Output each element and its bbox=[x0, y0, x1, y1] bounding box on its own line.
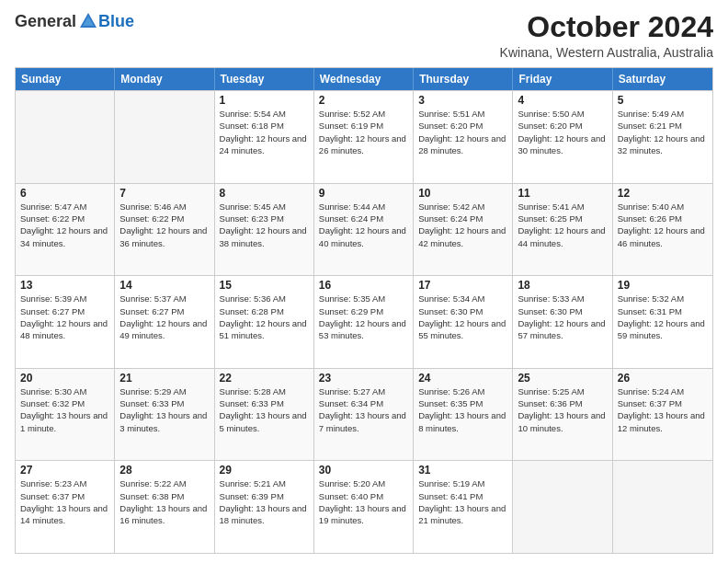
day-number: 10 bbox=[418, 187, 507, 200]
day-number: 3 bbox=[418, 94, 507, 107]
day-info: Sunrise: 5:33 AM Sunset: 6:30 PM Dayligh… bbox=[518, 293, 607, 341]
day-info: Sunrise: 5:51 AM Sunset: 6:20 PM Dayligh… bbox=[418, 108, 507, 156]
calendar-cell bbox=[16, 91, 115, 183]
day-number: 1 bbox=[220, 94, 309, 107]
calendar-cell: 23Sunrise: 5:27 AM Sunset: 6:34 PM Dayli… bbox=[314, 369, 414, 461]
calendar-cell: 24Sunrise: 5:26 AM Sunset: 6:35 PM Dayli… bbox=[414, 369, 513, 461]
day-number: 7 bbox=[119, 187, 209, 200]
day-info: Sunrise: 5:19 AM Sunset: 6:41 PM Dayligh… bbox=[418, 477, 507, 526]
calendar-cell: 15Sunrise: 5:36 AM Sunset: 6:28 PM Dayli… bbox=[215, 276, 314, 368]
calendar-cell: 9Sunrise: 5:44 AM Sunset: 6:24 PM Daylig… bbox=[314, 184, 414, 276]
calendar-cell: 26Sunrise: 5:24 AM Sunset: 6:37 PM Dayli… bbox=[613, 369, 712, 461]
day-info: Sunrise: 5:20 AM Sunset: 6:40 PM Dayligh… bbox=[319, 477, 408, 526]
day-info: Sunrise: 5:45 AM Sunset: 6:23 PM Dayligh… bbox=[220, 201, 309, 249]
calendar-header-cell: Monday bbox=[115, 68, 214, 90]
day-number: 4 bbox=[518, 94, 607, 107]
title-area: October 2024 Kwinana, Western Australia,… bbox=[500, 11, 713, 60]
day-number: 25 bbox=[518, 372, 607, 385]
day-number: 18 bbox=[518, 279, 607, 292]
calendar-row: 20Sunrise: 5:30 AM Sunset: 6:32 PM Dayli… bbox=[16, 368, 712, 461]
day-number: 19 bbox=[618, 279, 708, 292]
day-number: 8 bbox=[220, 187, 309, 200]
day-info: Sunrise: 5:29 AM Sunset: 6:33 PM Dayligh… bbox=[119, 385, 209, 434]
calendar-cell: 11Sunrise: 5:41 AM Sunset: 6:25 PM Dayli… bbox=[513, 184, 612, 276]
calendar-row: 13Sunrise: 5:39 AM Sunset: 6:27 PM Dayli… bbox=[16, 275, 712, 368]
calendar-cell: 6Sunrise: 5:47 AM Sunset: 6:22 PM Daylig… bbox=[16, 184, 115, 276]
calendar-cell: 14Sunrise: 5:37 AM Sunset: 6:27 PM Dayli… bbox=[115, 276, 214, 368]
day-info: Sunrise: 5:28 AM Sunset: 6:33 PM Dayligh… bbox=[220, 385, 309, 434]
day-info: Sunrise: 5:44 AM Sunset: 6:24 PM Dayligh… bbox=[319, 201, 408, 249]
calendar-header-cell: Saturday bbox=[613, 68, 712, 90]
calendar-cell: 12Sunrise: 5:40 AM Sunset: 6:26 PM Dayli… bbox=[613, 184, 712, 276]
day-info: Sunrise: 5:21 AM Sunset: 6:39 PM Dayligh… bbox=[220, 477, 309, 526]
calendar-row: 6Sunrise: 5:47 AM Sunset: 6:22 PM Daylig… bbox=[16, 183, 712, 276]
month-title: October 2024 bbox=[500, 11, 713, 43]
calendar-cell: 8Sunrise: 5:45 AM Sunset: 6:23 PM Daylig… bbox=[215, 184, 314, 276]
calendar-cell: 2Sunrise: 5:52 AM Sunset: 6:19 PM Daylig… bbox=[314, 91, 414, 183]
page: General Blue October 2024 Kwinana, Weste… bbox=[0, 0, 728, 563]
calendar-header-row: SundayMondayTuesdayWednesdayThursdayFrid… bbox=[16, 68, 712, 90]
day-number: 21 bbox=[119, 372, 209, 385]
day-number: 20 bbox=[20, 372, 109, 385]
day-number: 6 bbox=[20, 187, 109, 200]
calendar-cell: 28Sunrise: 5:22 AM Sunset: 6:38 PM Dayli… bbox=[115, 461, 214, 553]
calendar-cell: 4Sunrise: 5:50 AM Sunset: 6:20 PM Daylig… bbox=[513, 91, 612, 183]
day-number: 24 bbox=[418, 372, 507, 385]
calendar-cell: 16Sunrise: 5:35 AM Sunset: 6:29 PM Dayli… bbox=[314, 276, 414, 368]
calendar-header-cell: Tuesday bbox=[215, 68, 314, 90]
calendar-cell: 21Sunrise: 5:29 AM Sunset: 6:33 PM Dayli… bbox=[115, 369, 214, 461]
day-number: 17 bbox=[418, 279, 507, 292]
day-info: Sunrise: 5:27 AM Sunset: 6:34 PM Dayligh… bbox=[319, 385, 408, 434]
day-info: Sunrise: 5:37 AM Sunset: 6:27 PM Dayligh… bbox=[119, 293, 209, 341]
day-info: Sunrise: 5:34 AM Sunset: 6:30 PM Dayligh… bbox=[418, 293, 507, 341]
calendar-cell: 13Sunrise: 5:39 AM Sunset: 6:27 PM Dayli… bbox=[16, 276, 115, 368]
calendar-cell: 19Sunrise: 5:32 AM Sunset: 6:31 PM Dayli… bbox=[613, 276, 712, 368]
calendar-cell: 3Sunrise: 5:51 AM Sunset: 6:20 PM Daylig… bbox=[414, 91, 513, 183]
day-number: 13 bbox=[20, 279, 109, 292]
day-info: Sunrise: 5:41 AM Sunset: 6:25 PM Dayligh… bbox=[518, 201, 607, 249]
logo-blue: Blue bbox=[98, 12, 134, 31]
day-number: 14 bbox=[119, 279, 209, 292]
day-info: Sunrise: 5:22 AM Sunset: 6:38 PM Dayligh… bbox=[119, 477, 209, 526]
day-info: Sunrise: 5:23 AM Sunset: 6:37 PM Dayligh… bbox=[20, 477, 109, 526]
day-info: Sunrise: 5:47 AM Sunset: 6:22 PM Dayligh… bbox=[20, 201, 109, 249]
day-number: 5 bbox=[618, 94, 708, 107]
header: General Blue October 2024 Kwinana, Weste… bbox=[15, 11, 713, 60]
calendar-header-cell: Wednesday bbox=[314, 68, 414, 90]
calendar-cell: 29Sunrise: 5:21 AM Sunset: 6:39 PM Dayli… bbox=[215, 461, 314, 553]
logo-icon bbox=[78, 11, 98, 31]
calendar-cell bbox=[115, 91, 214, 183]
calendar-cell: 22Sunrise: 5:28 AM Sunset: 6:33 PM Dayli… bbox=[215, 369, 314, 461]
calendar-row: 27Sunrise: 5:23 AM Sunset: 6:37 PM Dayli… bbox=[16, 460, 712, 553]
day-number: 9 bbox=[319, 187, 408, 200]
day-number: 15 bbox=[220, 279, 309, 292]
day-info: Sunrise: 5:35 AM Sunset: 6:29 PM Dayligh… bbox=[319, 293, 408, 341]
day-info: Sunrise: 5:42 AM Sunset: 6:24 PM Dayligh… bbox=[418, 201, 507, 249]
calendar-cell: 17Sunrise: 5:34 AM Sunset: 6:30 PM Dayli… bbox=[414, 276, 513, 368]
day-number: 28 bbox=[119, 464, 209, 477]
calendar-cell: 31Sunrise: 5:19 AM Sunset: 6:41 PM Dayli… bbox=[414, 461, 513, 553]
logo-general: General bbox=[15, 12, 76, 31]
day-number: 30 bbox=[319, 464, 408, 477]
calendar-cell bbox=[513, 461, 612, 553]
day-number: 29 bbox=[220, 464, 309, 477]
calendar: SundayMondayTuesdayWednesdayThursdayFrid… bbox=[15, 67, 713, 554]
day-info: Sunrise: 5:49 AM Sunset: 6:21 PM Dayligh… bbox=[618, 108, 708, 156]
day-info: Sunrise: 5:52 AM Sunset: 6:19 PM Dayligh… bbox=[319, 108, 408, 156]
day-info: Sunrise: 5:36 AM Sunset: 6:28 PM Dayligh… bbox=[220, 293, 309, 341]
logo-text: General Blue bbox=[15, 11, 134, 31]
logo-area: General Blue bbox=[15, 11, 134, 31]
day-info: Sunrise: 5:46 AM Sunset: 6:22 PM Dayligh… bbox=[119, 201, 209, 249]
day-info: Sunrise: 5:30 AM Sunset: 6:32 PM Dayligh… bbox=[20, 385, 109, 434]
day-info: Sunrise: 5:54 AM Sunset: 6:18 PM Dayligh… bbox=[220, 108, 309, 156]
day-number: 11 bbox=[518, 187, 607, 200]
calendar-cell: 18Sunrise: 5:33 AM Sunset: 6:30 PM Dayli… bbox=[513, 276, 612, 368]
day-number: 23 bbox=[319, 372, 408, 385]
calendar-cell: 5Sunrise: 5:49 AM Sunset: 6:21 PM Daylig… bbox=[613, 91, 712, 183]
day-number: 31 bbox=[418, 464, 507, 477]
day-info: Sunrise: 5:32 AM Sunset: 6:31 PM Dayligh… bbox=[618, 293, 708, 341]
calendar-cell: 25Sunrise: 5:25 AM Sunset: 6:36 PM Dayli… bbox=[513, 369, 612, 461]
calendar-cell: 20Sunrise: 5:30 AM Sunset: 6:32 PM Dayli… bbox=[16, 369, 115, 461]
day-number: 22 bbox=[220, 372, 309, 385]
calendar-header-cell: Friday bbox=[513, 68, 612, 90]
